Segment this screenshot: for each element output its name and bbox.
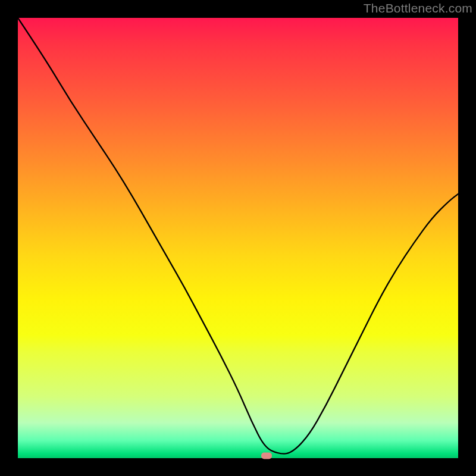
- watermark-text: TheBottleneck.com: [364, 1, 472, 15]
- optimal-point-marker: [261, 453, 272, 459]
- chart-frame: TheBottleneck.com: [0, 0, 476, 476]
- curve-path: [18, 18, 458, 454]
- bottleneck-curve: [18, 18, 458, 458]
